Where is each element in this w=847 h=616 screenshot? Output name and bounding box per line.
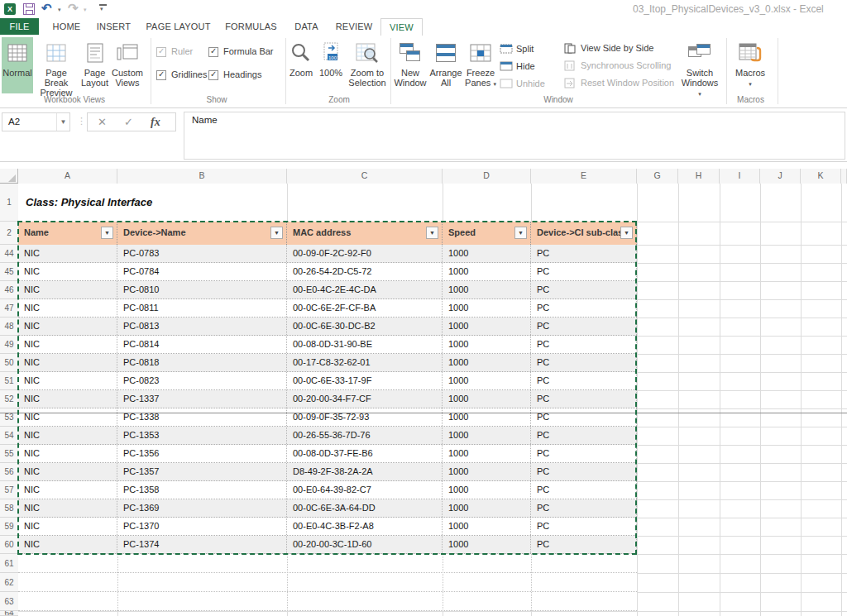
cell[interactable]: PC-0813	[117, 318, 287, 335]
cell[interactable]: PC	[531, 518, 637, 535]
row-header-62[interactable]: 62	[0, 573, 18, 592]
row-header-64[interactable]: 64	[0, 611, 18, 616]
enter-icon[interactable]: ✓	[124, 113, 133, 131]
cell[interactable]: NIC	[18, 336, 117, 353]
freeze-panes-button[interactable]: Freeze Panes ▾	[463, 37, 498, 93]
cell[interactable]: NIC	[18, 536, 117, 553]
tab-data[interactable]: DATA	[286, 18, 327, 35]
cell[interactable]: NIC	[18, 408, 117, 426]
cell[interactable]: NIC	[18, 463, 117, 480]
select-all-corner[interactable]	[0, 169, 18, 184]
cell[interactable]: NIC	[18, 299, 117, 317]
column-header-G[interactable]: G	[637, 169, 678, 184]
cell[interactable]: 1000	[443, 281, 531, 298]
column-header-B[interactable]: B	[117, 169, 287, 184]
cell[interactable]: 00-08-0D-31-90-BE	[287, 336, 443, 353]
filter-button[interactable]: ▼	[620, 227, 633, 239]
cell[interactable]: PC	[531, 318, 637, 335]
zoom-button[interactable]: Zoom	[287, 37, 315, 93]
cell[interactable]: PC	[531, 463, 637, 480]
column-header-H[interactable]: H	[678, 169, 720, 184]
redo-icon[interactable]: ↷	[68, 1, 79, 16]
row-header-63[interactable]: 63	[0, 592, 18, 611]
row-header-48[interactable]: 48	[0, 318, 18, 336]
cell[interactable]: PC	[531, 263, 637, 280]
cell[interactable]: PC-1337	[117, 390, 287, 408]
cell[interactable]: 1000	[443, 372, 531, 389]
cell[interactable]: NIC	[18, 518, 117, 535]
cell[interactable]: PC	[531, 281, 637, 298]
row-header-54[interactable]: 54	[0, 427, 18, 445]
redo-dropdown-icon[interactable]: ▾	[84, 7, 87, 13]
gridlines-checkbox-box[interactable]	[156, 70, 166, 80]
new-window-button[interactable]: New Window	[394, 37, 427, 93]
cell[interactable]: NIC	[18, 245, 117, 262]
insert-function-icon[interactable]: fx	[151, 113, 160, 131]
row-header-58[interactable]: 58	[0, 499, 18, 518]
cell[interactable]: PC-0814	[117, 336, 287, 353]
filter-button[interactable]: ▼	[270, 227, 283, 239]
empty-row[interactable]	[18, 592, 637, 611]
row-header-44[interactable]: 44	[0, 245, 18, 263]
cell[interactable]: 1000	[443, 536, 531, 553]
table-header-cell[interactable]: MAC address▼	[287, 222, 443, 245]
tab-review[interactable]: REVIEW	[331, 18, 377, 35]
formula-bar-checkbox-box[interactable]	[208, 47, 218, 57]
row-header-50[interactable]: 50	[0, 354, 18, 372]
row-header-2[interactable]: 2	[0, 222, 18, 245]
cell[interactable]: 00-08-0D-37-FE-B6	[287, 445, 443, 462]
cell[interactable]: 00-E0-4C-2E-4C-DA	[287, 281, 443, 298]
cell[interactable]: 1000	[443, 463, 531, 480]
cell[interactable]: 00-E0-64-39-82-C7	[287, 481, 443, 499]
cell[interactable]: 00-E0-4C-3B-F2-A8	[287, 518, 443, 535]
cell[interactable]: PC	[531, 336, 637, 353]
table-header-cell[interactable]: Speed▼	[443, 222, 531, 245]
switch-windows-button[interactable]: Switch Windows ▾	[680, 37, 720, 93]
cell[interactable]: 1000	[443, 427, 531, 444]
cell[interactable]: PC-1374	[117, 536, 287, 553]
cell[interactable]: 00-0C-6E-30-DC-B2	[287, 318, 443, 335]
cell[interactable]: 00-26-54-2D-C5-72	[287, 263, 443, 280]
custom-views-button[interactable]: Custom Views	[110, 37, 145, 93]
undo-dropdown-icon[interactable]: ▾	[58, 7, 61, 13]
cell[interactable]: NIC	[18, 354, 117, 371]
cell[interactable]: PC-0810	[117, 281, 287, 298]
column-header-J[interactable]: J	[760, 169, 801, 184]
cell[interactable]: PC-1369	[117, 499, 287, 517]
row-header-45[interactable]: 45	[0, 263, 18, 281]
cell[interactable]: 1000	[443, 263, 531, 280]
cell[interactable]: NIC	[18, 499, 117, 517]
cell[interactable]: PC	[531, 372, 637, 389]
zoom-to-selection-button[interactable]: Zoom to Selection	[347, 37, 388, 93]
cell[interactable]: PC-1358	[117, 481, 287, 499]
cell[interactable]: 00-09-0F-35-72-93	[287, 408, 443, 426]
cell[interactable]: NIC	[18, 281, 117, 298]
table-header-cell[interactable]: Device->Name▼	[117, 222, 287, 245]
row-header-1[interactable]: 1	[0, 184, 18, 222]
column-header-K[interactable]: K	[801, 169, 841, 184]
cell[interactable]: 00-0C-6E-33-17-9F	[287, 372, 443, 389]
empty-row[interactable]	[18, 573, 637, 592]
empty-rows-region[interactable]	[18, 554, 637, 611]
worksheet[interactable]: Class: Physical Interface Name▼Device->N…	[0, 169, 847, 616]
cell[interactable]: NIC	[18, 445, 117, 462]
cell[interactable]: PC	[531, 499, 637, 517]
cell[interactable]: 1000	[443, 318, 531, 335]
cell[interactable]: PC	[531, 408, 637, 426]
undo-icon[interactable]: ↶	[41, 1, 52, 16]
filter-button[interactable]: ▼	[514, 227, 527, 239]
cell[interactable]: PC	[531, 245, 637, 262]
row-header-56[interactable]: 56	[0, 463, 18, 481]
row-header-55[interactable]: 55	[0, 445, 18, 463]
cell[interactable]: PC	[531, 481, 637, 499]
name-box-dropdown-icon[interactable]: ▼	[56, 113, 69, 131]
row-header-46[interactable]: 46	[0, 281, 18, 299]
tab-file[interactable]: FILE	[0, 18, 39, 35]
cell[interactable]: 1000	[443, 445, 531, 462]
cell[interactable]: PC	[531, 299, 637, 317]
cell[interactable]: PC	[531, 390, 637, 408]
cell[interactable]: 1000	[443, 336, 531, 353]
normal-view-button[interactable]: Normal	[2, 37, 33, 93]
cell[interactable]: 1000	[443, 299, 531, 317]
empty-row[interactable]	[18, 554, 637, 573]
